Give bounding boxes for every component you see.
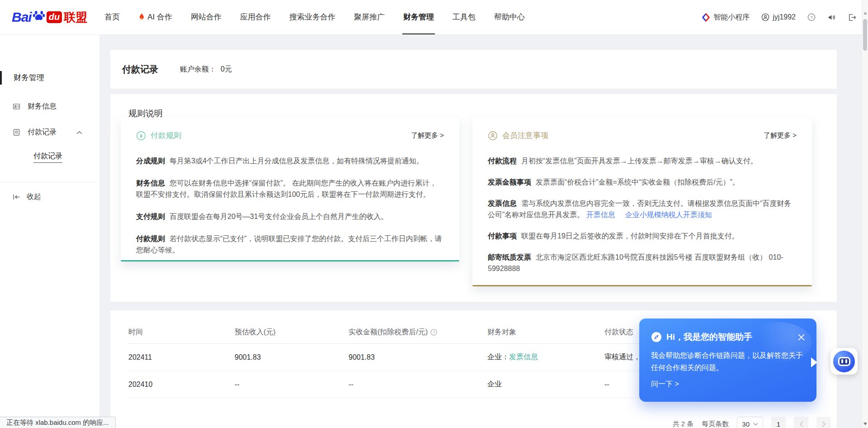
learn-more-link[interactable]: 了解更多 >	[764, 131, 797, 140]
svg-text:?: ?	[433, 330, 435, 335]
browser-status-tooltip: 正在等待 xlab.baidu.com 的响应...	[0, 417, 116, 428]
payment-rule-icon: ¥	[136, 131, 146, 141]
smart-miniprogram-entry[interactable]: 智能小程序	[702, 13, 750, 22]
sidebar-subitem-payment-record[interactable]: 付款记录	[33, 152, 99, 161]
learn-more-link[interactable]: 了解更多 >	[411, 131, 444, 140]
rule-item: 付款流程月初按“发票信息”页面开具发票→上传发票→邮寄发票→审核→确认支付。	[488, 155, 797, 166]
main-nav: 首页 AI 合作 网站合作 应用合作 搜索业务合作 聚屏推广 财务管理 工具包 …	[104, 0, 526, 34]
user-icon	[761, 13, 769, 21]
scrollbar-thumb[interactable]	[863, 19, 867, 51]
rule-item: 发票信息需与系统内发票信息内容完全一致，否则无法支付。请根据发票信息页面中“百度…	[488, 198, 797, 220]
nav-app-coop[interactable]: 应用合作	[239, 0, 272, 34]
total-count: 共 2 条	[673, 420, 694, 428]
prev-page-button[interactable]	[794, 417, 808, 428]
assistant-message: 我会帮助您诊断合作链路问题，以及解答您关于任何合作相关的问题。	[651, 349, 807, 374]
col-header-estimated-income: 预估收入(元)	[235, 328, 349, 337]
payment-record-icon	[13, 128, 20, 136]
page-size-select[interactable]: 30	[737, 417, 763, 428]
card-title: 会员注意事项	[502, 130, 548, 141]
svg-text:¥: ¥	[139, 133, 143, 139]
cell-actual: 9001.83	[349, 353, 487, 361]
balance-value: 0元	[221, 65, 232, 73]
active-section-indicator	[0, 71, 2, 85]
user-account[interactable]: jyj1992	[761, 13, 796, 21]
navbar-right: 智能小程序 jyj1992 ?	[702, 0, 856, 34]
col-header-time: 时间	[128, 328, 235, 337]
chevron-down-icon	[753, 423, 758, 426]
cell-time: 202411	[128, 353, 235, 361]
pagination: 共 2 条 每页条数 30 1	[673, 417, 831, 428]
rule-item: 财务信息您可以在财务信息中选择“保留付款”。 在此期间您产生的收入将在账户内进行…	[136, 177, 444, 200]
rule-item: 邮寄纸质发票北京市海淀区西北旺东路10号院百度科技园5号楼 百度联盟财务组（收）…	[488, 252, 797, 274]
next-page-button[interactable]	[816, 417, 831, 428]
col-header-finance-target: 财务对象	[487, 328, 604, 337]
nav-ai-coop[interactable]: AI 合作	[137, 0, 173, 34]
sidebar-title: 财务管理	[0, 70, 99, 86]
member-notes-icon	[488, 131, 498, 141]
scroll-up-arrow-icon[interactable]	[863, 12, 867, 14]
payment-rules-card: ¥ 付款规则 了解更多 > 分成规则每月第3或4个工作日产出上月分成信息及发票信…	[121, 118, 459, 262]
logout-icon[interactable]	[848, 13, 856, 22]
cell-estimated: --	[235, 380, 349, 389]
top-navbar: Bai du 联盟 首页 AI 合作 网站合作 应用合作 搜索业务合作 聚屏推广…	[0, 0, 868, 35]
nav-home[interactable]: 首页	[104, 0, 121, 34]
help-icon[interactable]: ?	[807, 13, 816, 21]
card-title: 付款规则	[151, 130, 181, 141]
popup-tail	[811, 357, 822, 367]
collapse-icon	[13, 194, 20, 200]
finance-info-icon	[13, 103, 20, 110]
sidebar-item-finance-info[interactable]: 财务信息	[0, 102, 99, 111]
rule-item: 付款规则若付款状态显示“已支付”，说明联盟已安排了您的付款。支付后三个工作日内到…	[136, 233, 444, 256]
logo-text-union: 联盟	[64, 10, 87, 25]
cell-target: 企业：发票信息	[487, 352, 604, 362]
cell-time: 202410	[128, 380, 235, 389]
rule-item: 分成规则每月第3或4个工作日产出上月分成信息及发票信息，如有特殊情况将提前通知。	[136, 155, 444, 166]
baidu-union-logo[interactable]: Bai du 联盟	[12, 0, 87, 34]
invoice-info-table-link[interactable]: 发票信息	[509, 353, 538, 361]
svg-text:?: ?	[810, 15, 813, 20]
per-page-label: 每页条数	[702, 420, 729, 428]
scroll-down-arrow-icon[interactable]	[863, 423, 867, 425]
sidebar-collapse-button[interactable]: 收起	[0, 192, 99, 202]
scrollbar[interactable]	[862, 0, 868, 428]
nav-search-coop[interactable]: 搜索业务合作	[288, 0, 336, 34]
close-icon[interactable]	[798, 334, 805, 341]
balance-label: 账户余额：	[180, 65, 216, 73]
nav-help-center[interactable]: 帮助中心	[493, 0, 526, 34]
sidebar-item-payment-record[interactable]: 付款记录	[0, 128, 99, 137]
member-notes-card: 会员注意事项 了解更多 > 付款流程月初按“发票信息”页面开具发票→上传发票→邮…	[472, 118, 812, 286]
rule-item: 发票金额事项发票票面“价税合计”金额=系统中“实收金额（扣除税费后/元）”。	[488, 176, 797, 188]
help-circle-icon[interactable]: ?	[430, 329, 437, 336]
sound-icon[interactable]	[827, 13, 836, 22]
chevron-up-icon[interactable]	[76, 131, 82, 134]
page-number-button[interactable]: 1	[771, 417, 786, 428]
cell-actual: --	[349, 380, 487, 389]
compass-icon	[651, 332, 662, 342]
assistant-robot-avatar[interactable]	[830, 348, 858, 375]
cell-target: 企业	[487, 380, 604, 389]
rule-item: 付款事项联盟在每月19日之后签收的发票，付款时间安排在下个月首批支付。	[488, 230, 797, 242]
ask-now-link[interactable]: 问一下 >	[651, 380, 679, 389]
page-title: 付款记录	[122, 63, 158, 76]
nav-finance-management[interactable]: 财务管理	[402, 0, 435, 34]
flame-icon	[138, 13, 145, 21]
smart-miniprogram-icon	[702, 13, 710, 22]
paw-icon	[32, 8, 46, 22]
page-header-panel: 付款记录 账户余额：0元	[110, 50, 837, 89]
nav-website-coop[interactable]: 网站合作	[190, 0, 222, 34]
nav-toolkit[interactable]: 工具包	[452, 0, 476, 34]
invoice-info-link[interactable]: 开票信息	[586, 211, 615, 219]
nav-screen-promo[interactable]: 聚屏推广	[353, 0, 386, 34]
logo-text-bai: Bai	[12, 10, 32, 25]
robot-face-icon	[833, 351, 855, 372]
col-header-actual-amount: 实收金额(扣除税费后/元) ?	[349, 328, 487, 337]
logo-text-du: du	[47, 11, 62, 23]
sidebar: 财务管理 财务信息 付款记录 付款记录 收起	[0, 35, 99, 428]
small-taxpayer-notes-link[interactable]: 企业小规模纳税人开票须知	[625, 211, 712, 219]
assistant-title: Hi，我是您的智能助手	[666, 331, 752, 343]
assistant-popup: Hi，我是您的智能助手 我会帮助您诊断合作链路问题，以及解答您关于任何合作相关的…	[639, 319, 816, 402]
rules-section-title: 规则说明	[110, 94, 837, 119]
sidebar-divider	[0, 182, 98, 182]
cell-estimated: 9001.83	[235, 353, 349, 361]
rules-panel: 规则说明 ¥ 付款规则 了解更多 > 分成规则每月第3或4个工作日产出上月分成信…	[110, 94, 837, 302]
